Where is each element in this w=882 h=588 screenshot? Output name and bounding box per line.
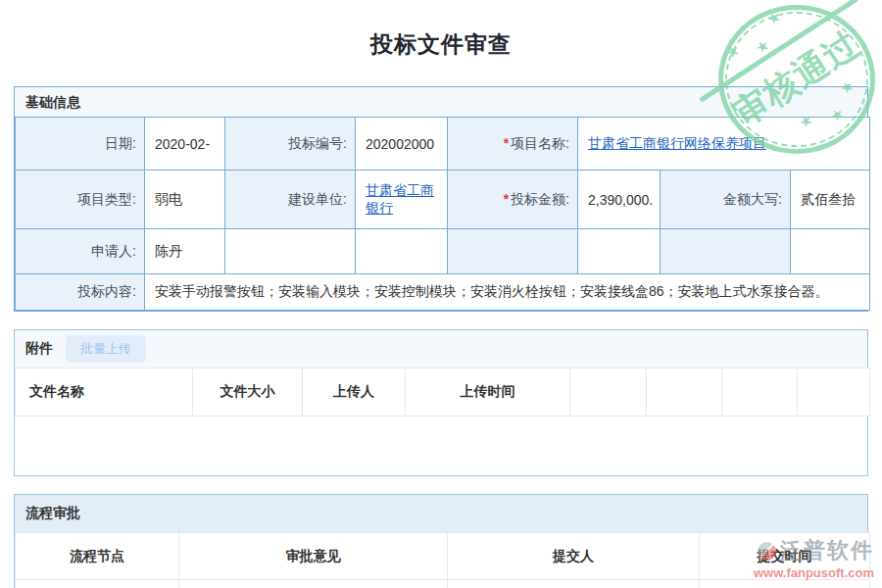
- empty-cell: [225, 229, 356, 274]
- attachments-col-file-name: 文件名称: [16, 368, 193, 416]
- approval-col-submitter: 提交人: [448, 533, 700, 580]
- approval-col-opinion: 审批意见: [179, 533, 448, 580]
- approval-empty-cell: [179, 580, 448, 588]
- construction-unit-cell: 甘肃省工商银行: [356, 171, 448, 229]
- bid-no-label: 投标编号:: [225, 118, 356, 171]
- date-label: 日期:: [16, 118, 145, 171]
- empty-cell: [356, 229, 448, 274]
- attachments-col-empty: [798, 368, 870, 416]
- bid-content-value: 安装手动报警按钮；安装输入模块；安装控制模块；安装消火栓按钮；安装接线盒86；安…: [145, 274, 870, 311]
- bid-amount-label: *投标金额:: [448, 171, 578, 229]
- construction-unit-label: 建设单位:: [225, 171, 356, 229]
- attachments-col-empty: [722, 368, 798, 416]
- project-name-cell: 甘肃省工商银行网络保养项目: [578, 118, 870, 171]
- attachments-col-empty: [647, 368, 722, 416]
- attachments-section-title: 附件: [25, 340, 53, 358]
- project-name-label: *项目名称:: [448, 118, 578, 171]
- basic-info-table: 日期: 2020-02- 投标编号: 202002000 *项目名称: 甘肃省工…: [15, 117, 870, 311]
- project-type-label: 项目类型:: [16, 171, 145, 229]
- attachments-col-uploader: 上传人: [303, 368, 406, 416]
- empty-cell: [791, 229, 870, 274]
- attachments-section: 附件 批量上传 文件名称 文件大小 上传人 上传时间: [14, 329, 868, 476]
- approval-col-submit-time: 提交时间: [700, 533, 870, 580]
- attachments-col-empty: [570, 368, 647, 416]
- construction-unit-link[interactable]: 甘肃省工商银行: [366, 182, 434, 216]
- basic-info-section: 基础信息 日期: 2020-02- 投标编号: 202002000 *项目名称:…: [14, 86, 868, 312]
- attachments-empty-body: [15, 416, 867, 475]
- approval-section-title: 流程审批: [25, 505, 80, 522]
- batch-upload-button[interactable]: 批量上传: [66, 335, 146, 363]
- empty-label-cell: [661, 229, 791, 274]
- bid-amount-value: 2,390,000.: [578, 171, 661, 229]
- empty-cell: [578, 229, 661, 274]
- applicant-label: 申请人:: [16, 229, 145, 274]
- applicant-value: 陈丹: [145, 229, 225, 274]
- attachments-col-file-size: 文件大小: [193, 368, 303, 416]
- basic-info-section-title: 基础信息: [15, 87, 867, 117]
- bid-no-value: 202002000: [356, 118, 448, 171]
- approval-col-node: 流程节点: [16, 533, 179, 580]
- project-type-value: 弱电: [145, 171, 225, 229]
- approval-empty-cell: [16, 580, 179, 588]
- attachments-table: 文件名称 文件大小 上传人 上传时间: [15, 368, 870, 416]
- approval-flow-section: 流程审批 流程节点 审批意见 提交人 提交时间: [14, 494, 868, 588]
- bid-content-label: 投标内容:: [16, 274, 145, 311]
- amount-caps-value: 贰佰叁拾: [791, 171, 870, 229]
- approval-table: 流程节点 审批意见 提交人 提交时间: [15, 532, 870, 588]
- empty-label-cell: [448, 229, 578, 274]
- attachments-col-upload-time: 上传时间: [406, 368, 570, 416]
- page-title: 投标文件审查: [0, 0, 882, 60]
- amount-caps-label: 金额大写:: [661, 171, 791, 229]
- approval-empty-cell: [448, 580, 700, 588]
- required-asterisk: *: [504, 191, 509, 207]
- approval-empty-cell: [700, 580, 870, 588]
- required-asterisk: *: [504, 135, 509, 151]
- date-value: 2020-02-: [145, 118, 225, 171]
- project-name-link[interactable]: 甘肃省工商银行网络保养项目: [588, 135, 766, 151]
